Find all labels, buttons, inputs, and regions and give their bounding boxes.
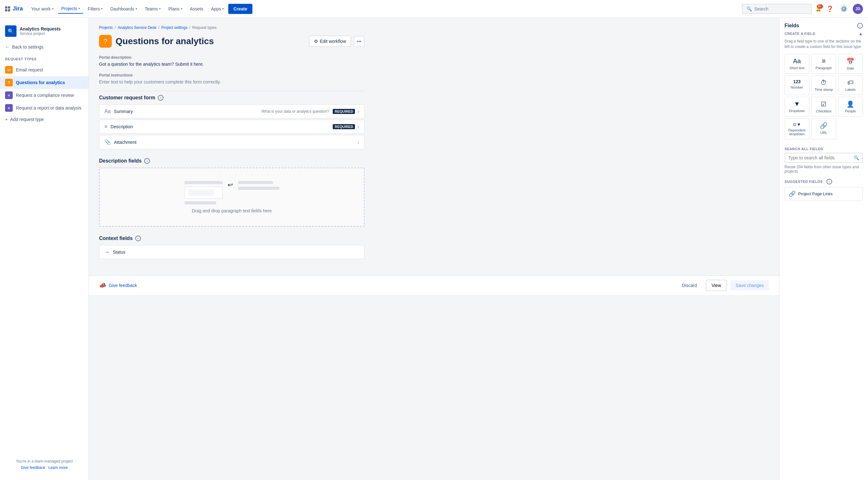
nav-teams[interactable]: Teams ▾ <box>142 4 164 13</box>
portal-instructions-section: Portal instructions Enter text to help y… <box>99 73 365 85</box>
field-type-date[interactable]: 📅 Date <box>838 54 863 74</box>
attachment-field-icon: 📎 <box>104 139 111 145</box>
portal-description-section: Portal description Got a question for th… <box>99 55 365 67</box>
edit-workflow-button[interactable]: ⚙ Edit workflow <box>309 36 351 47</box>
learn-more-link[interactable]: Learn more <box>48 466 68 470</box>
field-type-number[interactable]: 123 Number <box>784 75 809 95</box>
search-box[interactable]: 🔍 Search <box>742 4 812 14</box>
more-options-button[interactable]: ••• <box>354 36 365 47</box>
panel-info-icon[interactable]: i <box>857 23 863 29</box>
chevron-down-icon: ▾ <box>101 7 102 10</box>
view-button[interactable]: View <box>706 280 727 291</box>
project-icon: 🔍 <box>5 25 17 37</box>
settings-button[interactable]: ⚙️ <box>839 4 849 14</box>
chevron-right-icon: › <box>358 124 359 129</box>
give-feedback-button[interactable]: Give feedback <box>108 283 137 288</box>
panel-title: Fields <box>784 23 799 29</box>
field-type-dropdown[interactable]: ▼ Dropdown <box>784 97 809 117</box>
chevron-right-icon: › <box>358 109 359 114</box>
breadcrumb-projects[interactable]: Projects <box>99 25 113 30</box>
description-info-icon[interactable]: i <box>144 158 150 164</box>
field-type-short-text[interactable]: Aa Short text <box>784 54 809 74</box>
page-header: ? Questions for analytics ⚙ Edit workflo… <box>99 35 365 47</box>
header-actions: ⚙ Edit workflow ••• <box>309 36 365 47</box>
search-all-fields-label: Search all fields <box>784 147 863 151</box>
search-field-icon: 🔍 <box>854 155 859 160</box>
email-icon: ✉ <box>5 66 13 74</box>
nav-projects[interactable]: Projects ▾ <box>58 4 84 14</box>
field-type-people[interactable]: 👤 People <box>838 97 863 117</box>
portal-instructions-text[interactable]: Enter text to help your customers comple… <box>99 79 365 85</box>
field-type-grid: Aa Short text ≡ Paragraph 📅 Date 123 Num… <box>784 54 863 139</box>
field-description[interactable]: ≡ Description REQUIRED › <box>99 120 365 134</box>
create-button[interactable]: Create <box>228 4 252 14</box>
collapse-icon[interactable]: ▲ <box>859 31 863 36</box>
sidebar-item-email[interactable]: ✉ Email request <box>0 63 89 76</box>
nav-apps[interactable]: Apps ▾ <box>208 4 227 13</box>
url-icon: 🔗 <box>820 122 828 130</box>
search-all-fields-input[interactable] <box>788 155 852 160</box>
add-request-type[interactable]: + Add request type <box>0 114 89 124</box>
drop-zone-text: Drag and drop paragraph text fields here <box>192 208 272 213</box>
notification-bell[interactable]: 🔔 9+ <box>816 6 821 11</box>
placeholder-bar-1 <box>184 181 222 184</box>
short-text-icon: Aa <box>793 58 801 65</box>
suggested-field-icon: 🔗 <box>788 190 796 197</box>
nav-plans[interactable]: Plans ▾ <box>165 4 185 13</box>
help-button[interactable]: ❓ <box>825 4 835 14</box>
description-drop-zone[interactable]: ↩ Drag and drop paragraph text fields he… <box>99 168 365 227</box>
chevron-down-icon: ▾ <box>181 7 182 10</box>
sidebar-item-compliance[interactable]: ≡ Request a compliance review <box>0 89 89 102</box>
page-icon: ? <box>99 35 112 47</box>
main-scroll: Projects / Analytics Service Desk / Proj… <box>89 18 779 480</box>
breadcrumb-analytics-service-desk[interactable]: Analytics Service Desk <box>118 25 157 30</box>
section-header-description: Description fields i <box>99 158 365 164</box>
compliance-icon: ≡ <box>5 91 13 99</box>
bottom-bar: 📣 Give feedback Discard View Save change… <box>89 276 779 295</box>
field-type-timestamp[interactable]: ⏱ Time stamp <box>811 75 836 95</box>
user-avatar[interactable]: JD <box>853 4 863 14</box>
save-changes-button[interactable]: Save changes <box>731 280 769 290</box>
field-summary[interactable]: Aa Summary What is your data or analytic… <box>99 104 365 119</box>
sidebar-item-questions[interactable]: ? Questions for analytics <box>0 76 89 89</box>
field-type-labels[interactable]: 🏷 Labels <box>838 75 863 95</box>
context-field-status[interactable]: → Status <box>99 245 365 259</box>
nav-assets[interactable]: Assets <box>187 4 206 13</box>
suggested-field-project-page-links[interactable]: 🔗 Project Page Links <box>784 187 863 201</box>
search-all-fields-box[interactable]: 🔍 <box>784 153 863 163</box>
placeholder-bar-4 <box>238 187 279 190</box>
jira-logo[interactable]: Jira <box>5 5 23 12</box>
topnav-right-group: 🔍 Search 🔔 9+ ❓ ⚙️ JD <box>742 4 863 14</box>
chevron-down-icon: ▾ <box>159 7 161 10</box>
portal-description-label: Portal description <box>99 55 365 60</box>
back-to-settings[interactable]: ← Back to settings <box>0 42 89 52</box>
sidebar-item-report[interactable]: ≡ Request a report or data analysis <box>0 102 89 114</box>
short-text-field-icon: Aa <box>104 108 111 114</box>
field-type-url[interactable]: 🔗 URL <box>811 119 836 139</box>
nav-dashboards[interactable]: Dashboards ▾ <box>107 4 140 13</box>
project-name: Analytics Requests <box>20 26 61 31</box>
field-type-paragraph[interactable]: ≡ Paragraph <box>811 54 836 74</box>
customer-form-info-icon[interactable]: i <box>158 95 163 101</box>
suggested-info-icon[interactable]: i <box>827 179 832 185</box>
feedback-icon: 📣 <box>99 282 106 289</box>
description-fields-section: Description fields i <box>99 158 365 227</box>
breadcrumb-project-settings[interactable]: Project settings <box>161 25 187 30</box>
create-field-header: CREATE A FIELD ▲ <box>784 31 863 36</box>
nav-filters[interactable]: Filters ▾ <box>85 4 106 13</box>
field-type-dependent-dropdown[interactable]: ⊙▼ Dependent dropdown <box>784 119 809 139</box>
context-info-icon[interactable]: i <box>135 235 141 241</box>
field-attachment[interactable]: 📎 Attachment › <box>99 135 365 149</box>
field-type-checkbox[interactable]: ☑ Checkbox <box>811 97 836 117</box>
number-icon: 123 <box>793 79 800 84</box>
workflow-icon: ⚙ <box>314 39 318 44</box>
logo-grid-icon <box>5 6 10 11</box>
jira-wordmark: Jira <box>13 5 23 12</box>
reuse-fields-text: Reuse 204 fields from other issue types … <box>784 165 863 174</box>
discard-button[interactable]: Discard <box>677 280 702 290</box>
nav-your-work[interactable]: Your work ▾ <box>28 4 57 13</box>
give-feedback-link[interactable]: Give feedback <box>21 466 45 470</box>
paragraph-field-icon: ≡ <box>104 124 107 130</box>
content-area: Projects / Analytics Service Desk / Proj… <box>89 18 375 276</box>
date-icon: 📅 <box>846 58 854 65</box>
